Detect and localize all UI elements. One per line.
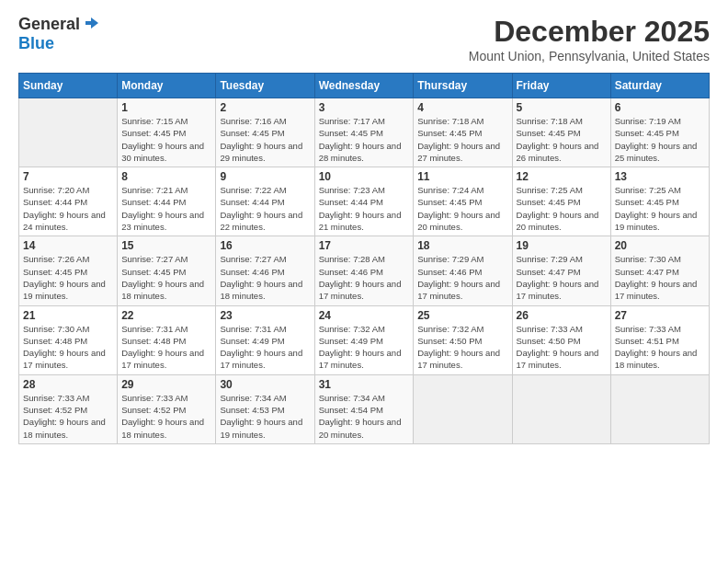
day-number: 31 bbox=[319, 378, 410, 391]
calendar-cell: 31 Sunrise: 7:34 AMSunset: 4:54 PMDaylig… bbox=[314, 374, 414, 443]
day-header-friday: Friday bbox=[512, 74, 610, 98]
day-number: 10 bbox=[319, 170, 410, 183]
calendar-cell: 29 Sunrise: 7:33 AMSunset: 4:52 PMDaylig… bbox=[118, 374, 216, 443]
calendar-week-5: 28 Sunrise: 7:33 AMSunset: 4:52 PMDaylig… bbox=[19, 374, 710, 443]
calendar-cell: 19 Sunrise: 7:29 AMSunset: 4:47 PMDaylig… bbox=[512, 236, 610, 305]
day-number: 16 bbox=[220, 239, 310, 252]
calendar-cell: 23 Sunrise: 7:31 AMSunset: 4:49 PMDaylig… bbox=[216, 305, 314, 374]
day-header-wednesday: Wednesday bbox=[314, 74, 414, 98]
day-detail: Sunrise: 7:31 AMSunset: 4:48 PMDaylight:… bbox=[121, 323, 211, 372]
day-number: 18 bbox=[417, 239, 507, 252]
day-number: 26 bbox=[517, 309, 607, 322]
day-detail: Sunrise: 7:21 AMSunset: 4:44 PMDaylight:… bbox=[121, 184, 211, 233]
day-detail: Sunrise: 7:32 AMSunset: 4:50 PMDaylight:… bbox=[417, 323, 507, 372]
day-number: 1 bbox=[121, 101, 211, 114]
day-detail: Sunrise: 7:33 AMSunset: 4:50 PMDaylight:… bbox=[517, 323, 607, 372]
day-header-saturday: Saturday bbox=[610, 74, 709, 98]
location: Mount Union, Pennsylvania, United States bbox=[469, 49, 710, 63]
day-detail: Sunrise: 7:22 AMSunset: 4:44 PMDaylight:… bbox=[220, 184, 310, 233]
day-detail: Sunrise: 7:30 AMSunset: 4:47 PMDaylight:… bbox=[615, 253, 705, 302]
day-detail: Sunrise: 7:33 AMSunset: 4:52 PMDaylight:… bbox=[23, 392, 113, 441]
day-number: 19 bbox=[517, 239, 607, 252]
day-detail: Sunrise: 7:34 AMSunset: 4:53 PMDaylight:… bbox=[220, 392, 310, 441]
calendar-cell: 3 Sunrise: 7:17 AMSunset: 4:45 PMDayligh… bbox=[314, 98, 414, 167]
calendar-week-4: 21 Sunrise: 7:30 AMSunset: 4:48 PMDaylig… bbox=[19, 305, 710, 374]
day-number: 2 bbox=[220, 101, 310, 114]
day-detail: Sunrise: 7:34 AMSunset: 4:54 PMDaylight:… bbox=[319, 392, 410, 441]
day-number: 27 bbox=[615, 309, 705, 322]
calendar-cell: 13 Sunrise: 7:25 AMSunset: 4:45 PMDaylig… bbox=[610, 167, 709, 236]
calendar-cell bbox=[19, 98, 118, 167]
calendar-cell: 12 Sunrise: 7:25 AMSunset: 4:45 PMDaylig… bbox=[512, 167, 610, 236]
calendar-cell: 15 Sunrise: 7:27 AMSunset: 4:45 PMDaylig… bbox=[118, 236, 216, 305]
calendar-week-2: 7 Sunrise: 7:20 AMSunset: 4:44 PMDayligh… bbox=[19, 167, 710, 236]
calendar-cell: 25 Sunrise: 7:32 AMSunset: 4:50 PMDaylig… bbox=[414, 305, 512, 374]
day-number: 30 bbox=[220, 378, 310, 391]
logo-flag-icon bbox=[82, 16, 100, 34]
day-detail: Sunrise: 7:32 AMSunset: 4:49 PMDaylight:… bbox=[319, 323, 410, 372]
day-detail: Sunrise: 7:16 AMSunset: 4:45 PMDaylight:… bbox=[220, 115, 310, 164]
day-detail: Sunrise: 7:19 AMSunset: 4:45 PMDaylight:… bbox=[615, 115, 705, 164]
calendar-cell: 6 Sunrise: 7:19 AMSunset: 4:45 PMDayligh… bbox=[610, 98, 709, 167]
day-detail: Sunrise: 7:20 AMSunset: 4:44 PMDaylight:… bbox=[23, 184, 113, 233]
calendar-cell: 9 Sunrise: 7:22 AMSunset: 4:44 PMDayligh… bbox=[216, 167, 314, 236]
day-detail: Sunrise: 7:23 AMSunset: 4:44 PMDaylight:… bbox=[319, 184, 410, 233]
day-number: 6 bbox=[615, 101, 705, 114]
day-detail: Sunrise: 7:31 AMSunset: 4:49 PMDaylight:… bbox=[220, 323, 310, 372]
day-detail: Sunrise: 7:25 AMSunset: 4:45 PMDaylight:… bbox=[517, 184, 607, 233]
day-header-monday: Monday bbox=[118, 74, 216, 98]
month-title: December 2025 bbox=[469, 15, 710, 49]
day-number: 22 bbox=[121, 309, 211, 322]
day-number: 29 bbox=[121, 378, 211, 391]
day-number: 9 bbox=[220, 170, 310, 183]
logo-general-text: General bbox=[18, 15, 80, 34]
calendar-cell: 30 Sunrise: 7:34 AMSunset: 4:53 PMDaylig… bbox=[216, 374, 314, 443]
day-header-sunday: Sunday bbox=[19, 74, 118, 98]
calendar-cell: 24 Sunrise: 7:32 AMSunset: 4:49 PMDaylig… bbox=[314, 305, 414, 374]
day-number: 15 bbox=[121, 239, 211, 252]
day-number: 8 bbox=[121, 170, 211, 183]
calendar-cell: 4 Sunrise: 7:18 AMSunset: 4:45 PMDayligh… bbox=[414, 98, 512, 167]
calendar-cell: 21 Sunrise: 7:30 AMSunset: 4:48 PMDaylig… bbox=[19, 305, 118, 374]
logo: General Blue bbox=[18, 15, 100, 53]
calendar-cell: 20 Sunrise: 7:30 AMSunset: 4:47 PMDaylig… bbox=[610, 236, 709, 305]
calendar-cell: 27 Sunrise: 7:33 AMSunset: 4:51 PMDaylig… bbox=[610, 305, 709, 374]
header: General Blue December 2025 Mount Union, … bbox=[18, 15, 710, 63]
calendar-week-3: 14 Sunrise: 7:26 AMSunset: 4:45 PMDaylig… bbox=[19, 236, 710, 305]
day-detail: Sunrise: 7:30 AMSunset: 4:48 PMDaylight:… bbox=[23, 323, 113, 372]
day-number: 24 bbox=[319, 309, 410, 322]
day-number: 11 bbox=[417, 170, 507, 183]
day-number: 28 bbox=[23, 378, 113, 391]
day-detail: Sunrise: 7:26 AMSunset: 4:45 PMDaylight:… bbox=[23, 253, 113, 302]
calendar-week-1: 1 Sunrise: 7:15 AMSunset: 4:45 PMDayligh… bbox=[19, 98, 710, 167]
day-number: 17 bbox=[319, 239, 410, 252]
calendar-cell: 2 Sunrise: 7:16 AMSunset: 4:45 PMDayligh… bbox=[216, 98, 314, 167]
calendar-cell: 26 Sunrise: 7:33 AMSunset: 4:50 PMDaylig… bbox=[512, 305, 610, 374]
calendar-cell: 5 Sunrise: 7:18 AMSunset: 4:45 PMDayligh… bbox=[512, 98, 610, 167]
day-detail: Sunrise: 7:29 AMSunset: 4:46 PMDaylight:… bbox=[417, 253, 507, 302]
day-header-tuesday: Tuesday bbox=[216, 74, 314, 98]
calendar-cell: 14 Sunrise: 7:26 AMSunset: 4:45 PMDaylig… bbox=[19, 236, 118, 305]
calendar-cell bbox=[610, 374, 709, 443]
calendar: SundayMondayTuesdayWednesdayThursdayFrid… bbox=[18, 73, 710, 444]
calendar-cell bbox=[512, 374, 610, 443]
day-detail: Sunrise: 7:15 AMSunset: 4:45 PMDaylight:… bbox=[121, 115, 211, 164]
day-detail: Sunrise: 7:29 AMSunset: 4:47 PMDaylight:… bbox=[517, 253, 607, 302]
calendar-cell: 28 Sunrise: 7:33 AMSunset: 4:52 PMDaylig… bbox=[19, 374, 118, 443]
calendar-cell: 17 Sunrise: 7:28 AMSunset: 4:46 PMDaylig… bbox=[314, 236, 414, 305]
day-number: 13 bbox=[615, 170, 705, 183]
day-detail: Sunrise: 7:27 AMSunset: 4:46 PMDaylight:… bbox=[220, 253, 310, 302]
day-detail: Sunrise: 7:33 AMSunset: 4:52 PMDaylight:… bbox=[121, 392, 211, 441]
calendar-cell: 8 Sunrise: 7:21 AMSunset: 4:44 PMDayligh… bbox=[118, 167, 216, 236]
calendar-cell: 22 Sunrise: 7:31 AMSunset: 4:48 PMDaylig… bbox=[118, 305, 216, 374]
day-number: 23 bbox=[220, 309, 310, 322]
day-detail: Sunrise: 7:33 AMSunset: 4:51 PMDaylight:… bbox=[615, 323, 705, 372]
calendar-cell: 11 Sunrise: 7:24 AMSunset: 4:45 PMDaylig… bbox=[414, 167, 512, 236]
calendar-header-row: SundayMondayTuesdayWednesdayThursdayFrid… bbox=[19, 74, 710, 98]
calendar-cell: 1 Sunrise: 7:15 AMSunset: 4:45 PMDayligh… bbox=[118, 98, 216, 167]
day-number: 20 bbox=[615, 239, 705, 252]
day-detail: Sunrise: 7:24 AMSunset: 4:45 PMDaylight:… bbox=[417, 184, 507, 233]
logo-blue-text: Blue bbox=[18, 34, 54, 53]
calendar-cell bbox=[414, 374, 512, 443]
day-number: 4 bbox=[417, 101, 507, 114]
